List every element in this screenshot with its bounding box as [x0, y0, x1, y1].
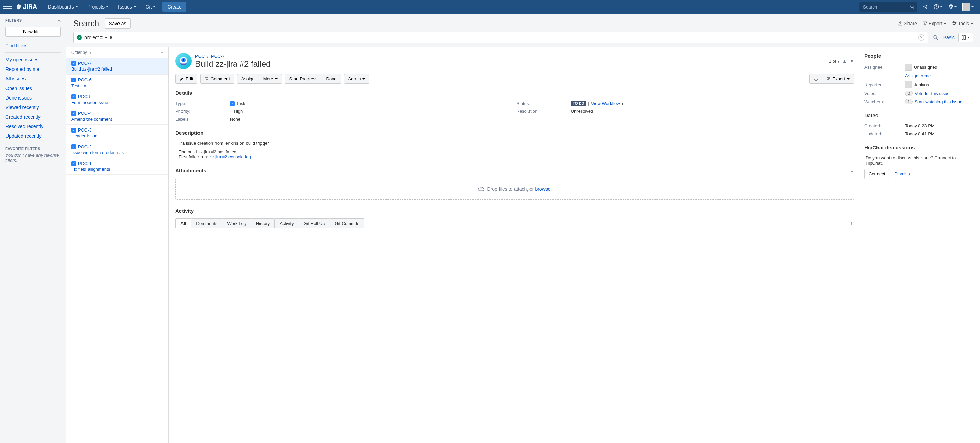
hipchat-heading: HipChat discussions — [864, 145, 973, 152]
tab-all[interactable]: All — [175, 218, 191, 228]
collapse-sidebar-icon[interactable]: « — [58, 18, 60, 23]
global-search-input[interactable] — [859, 2, 917, 11]
issue-summary: Fix field allignments — [71, 167, 164, 172]
hipchat-connect-button[interactable]: Connect — [864, 169, 889, 179]
svg-point-3 — [936, 8, 937, 8]
issue-key: POC-1 — [78, 161, 92, 166]
type-label: Type: — [175, 101, 226, 106]
tab-history[interactable]: History — [251, 218, 275, 228]
tab-activity[interactable]: Activity — [274, 218, 299, 228]
issue-key: POC-5 — [78, 94, 92, 99]
basic-search-link[interactable]: Basic — [943, 35, 955, 40]
sidebar-updated-recently[interactable]: Updated recently — [5, 131, 60, 141]
share-action[interactable]: Share — [898, 21, 917, 26]
tools-action[interactable]: Tools — [952, 21, 973, 26]
pager-prev-icon[interactable]: ▲ — [842, 59, 847, 64]
export-issue-button[interactable]: Export — [822, 74, 854, 84]
jql-input[interactable]: ✓ project = POC ? — [73, 32, 928, 43]
hipchat-dismiss-link[interactable]: Dismiss — [894, 171, 910, 177]
tab-comments[interactable]: Comments — [191, 218, 223, 228]
done-button[interactable]: Done — [322, 74, 341, 84]
order-by[interactable]: Order by ▾ — [67, 47, 168, 58]
type-value: ✓Task — [230, 101, 513, 106]
user-avatar[interactable] — [959, 1, 977, 13]
jql-help-icon[interactable]: ? — [918, 34, 924, 41]
start-progress-button[interactable]: Start Progress — [285, 74, 322, 84]
sidebar-open-issues[interactable]: Open issues — [5, 83, 60, 93]
breadcrumb-key[interactable]: POC-7 — [211, 54, 225, 59]
issue-pager: 1 of 7 ▲ ▼ — [829, 59, 854, 64]
jira-logo[interactable]: JIRA — [16, 3, 37, 11]
view-workflow-link[interactable]: View Workflow — [591, 101, 620, 106]
pager-next-icon[interactable]: ▼ — [850, 59, 854, 64]
tab-git-rollup[interactable]: Git Roll Up — [299, 218, 330, 228]
assign-to-me-link[interactable]: Assign to me — [905, 73, 931, 78]
find-filters-link[interactable]: Find filters — [5, 41, 60, 51]
nav-issues[interactable]: Issues — [114, 2, 140, 11]
browse-link[interactable]: browse — [535, 186, 550, 192]
hipchat-body: Do you want to discuss this issue? Conne… — [864, 155, 973, 166]
nav-dashboards[interactable]: Dashboards — [44, 2, 82, 11]
issue-list: Order by ▾ ✓POC-7Build zz-jira #2 failed… — [67, 47, 169, 443]
issue-list-item[interactable]: ✓POC-6Test jira — [67, 75, 168, 91]
attachment-dropzone[interactable]: Drop files to attach, or browse. — [175, 178, 854, 200]
sidebar-title: FILTERS — [5, 18, 22, 22]
tab-git-commits[interactable]: Git Commits — [329, 218, 364, 228]
layout-switcher[interactable] — [958, 33, 973, 42]
jql-search-icon[interactable] — [932, 33, 940, 41]
comment-button[interactable]: Comment — [200, 74, 234, 84]
updated-value: Today 8:41 PM — [905, 131, 973, 136]
sidebar-created-recently[interactable]: Created recently — [5, 112, 60, 122]
jql-text: project = POC — [84, 35, 916, 40]
issue-list-item[interactable]: ✓POC-7Build zz-jira #2 failed — [67, 58, 168, 75]
export-action[interactable]: Export — [923, 21, 946, 26]
feedback-icon[interactable] — [920, 2, 931, 11]
issue-list-item[interactable]: ✓POC-4Amend the comment — [67, 108, 168, 125]
sidebar-reported-by-me[interactable]: Reported by me — [5, 64, 60, 74]
sidebar-my-open-issues[interactable]: My open issues — [5, 55, 60, 64]
edit-button[interactable]: Edit — [175, 74, 197, 84]
share-issue-button[interactable] — [810, 74, 822, 84]
issue-key: POC-6 — [78, 77, 92, 83]
svg-line-1 — [913, 7, 914, 8]
issue-list-item[interactable]: ✓POC-1Fix field allignments — [67, 158, 168, 175]
status-label: Status: — [517, 101, 568, 106]
attachments-menu-icon[interactable]: ⌄ — [850, 168, 854, 174]
nav-projects[interactable]: Projects — [83, 2, 113, 11]
assign-button[interactable]: Assign — [237, 74, 259, 84]
search-icon — [910, 5, 915, 9]
sidebar-viewed-recently[interactable]: Viewed recently — [5, 103, 60, 112]
more-button[interactable]: More — [259, 74, 282, 84]
breadcrumb-project[interactable]: POC — [195, 54, 205, 59]
settings-icon[interactable] — [945, 2, 959, 11]
scroll-top-icon[interactable]: ↑ — [849, 219, 854, 227]
vote-link[interactable]: Vote for this issue — [915, 91, 950, 96]
svg-rect-6 — [962, 36, 963, 40]
create-button[interactable]: Create — [162, 2, 186, 11]
activity-tabs: All Comments Work Log History Activity G… — [175, 218, 854, 228]
tab-worklog[interactable]: Work Log — [222, 218, 251, 228]
issue-list-item[interactable]: ✓POC-2Issue with form credentials — [67, 142, 168, 158]
admin-button[interactable]: Admin — [344, 74, 370, 84]
created-value: Today 8:23 PM — [905, 123, 973, 129]
watch-link[interactable]: Start watching this issue — [915, 99, 962, 104]
dates-heading: Dates — [864, 112, 973, 120]
svg-line-5 — [936, 38, 938, 40]
sidebar-done-issues[interactable]: Done issues — [5, 93, 60, 103]
menu-icon[interactable] — [3, 3, 11, 11]
issue-key: POC-3 — [78, 127, 92, 132]
issue-list-item[interactable]: ✓POC-3Header Issue — [67, 125, 168, 142]
nav-menu: Dashboards Projects Issues Git — [44, 2, 160, 11]
nav-git[interactable]: Git — [142, 2, 160, 11]
save-as-button[interactable]: Save as — [105, 18, 131, 29]
console-log-link[interactable]: zz-jira #2 console log — [209, 155, 251, 159]
project-avatar — [175, 53, 192, 69]
activity-heading: Activity — [175, 208, 854, 215]
priority-label: Priority: — [175, 109, 226, 114]
new-filter-button[interactable]: New filter — [5, 27, 60, 37]
help-icon[interactable] — [931, 2, 945, 11]
sidebar-resolved-recently[interactable]: Resolved recently — [5, 122, 60, 131]
watchers-count: 1 — [905, 99, 913, 104]
sidebar-all-issues[interactable]: All issues — [5, 74, 60, 83]
issue-list-item[interactable]: ✓POC-5Form header issue — [67, 91, 168, 108]
